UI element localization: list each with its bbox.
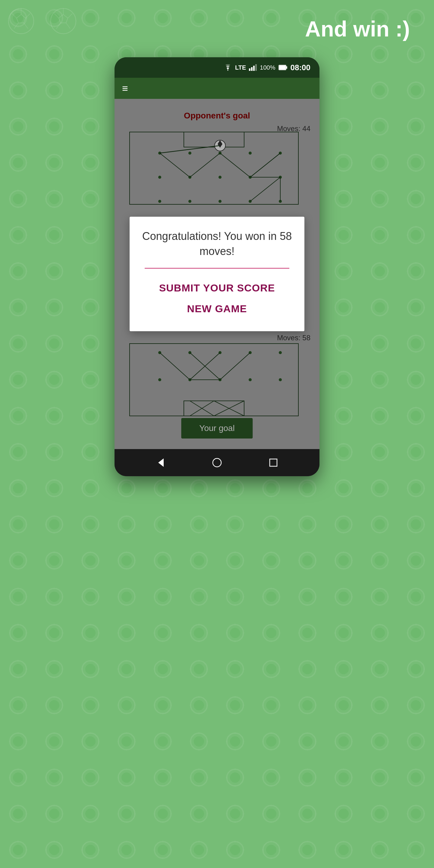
- status-bar: LTE 100% 08:00: [115, 57, 319, 78]
- recents-icon: [268, 457, 279, 468]
- game-board: Opponent's goal Moves: 44: [115, 99, 319, 449]
- svg-marker-63: [158, 458, 164, 467]
- lte-icon: LTE: [235, 64, 246, 71]
- signal-icon: [249, 64, 257, 71]
- nav-bar: [115, 449, 319, 476]
- app-toolbar: ≡: [115, 78, 319, 99]
- svg-point-64: [213, 458, 221, 467]
- svg-rect-10: [253, 66, 255, 71]
- wifi-icon: [224, 64, 232, 71]
- svg-rect-7: [0, 0, 90, 45]
- home-button[interactable]: [210, 455, 224, 470]
- svg-rect-8: [249, 68, 250, 71]
- dialog-overlay: Congratulations! You won in 58 moves! SU…: [115, 99, 319, 449]
- status-time: 08:00: [290, 63, 311, 72]
- app-screen: ≡ Opponent's goal Moves: 44: [115, 78, 319, 449]
- dialog-divider: [145, 268, 289, 269]
- battery-percent: 100%: [260, 64, 275, 71]
- phone-frame: LTE 100% 08:00 ≡: [115, 57, 319, 476]
- status-icons: LTE 100% 08:00: [224, 63, 310, 72]
- svg-rect-65: [270, 459, 277, 466]
- win-dialog: Congratulations! You won in 58 moves! SU…: [130, 217, 304, 332]
- svg-rect-13: [286, 66, 287, 69]
- back-button[interactable]: [153, 455, 168, 470]
- svg-rect-14: [279, 65, 286, 70]
- battery-icon: [278, 65, 287, 70]
- home-icon: [212, 457, 222, 468]
- svg-rect-9: [251, 67, 253, 71]
- menu-icon[interactable]: ≡: [122, 83, 128, 93]
- top-title: And win :): [305, 17, 410, 41]
- new-game-button[interactable]: NEW GAME: [138, 299, 296, 319]
- back-icon: [155, 457, 166, 468]
- dialog-message: Congratulations! You won in 58 moves!: [138, 229, 296, 259]
- submit-score-button[interactable]: SUBMIT YOUR SCORE: [138, 278, 296, 299]
- svg-rect-11: [255, 64, 257, 71]
- recents-button[interactable]: [266, 455, 281, 470]
